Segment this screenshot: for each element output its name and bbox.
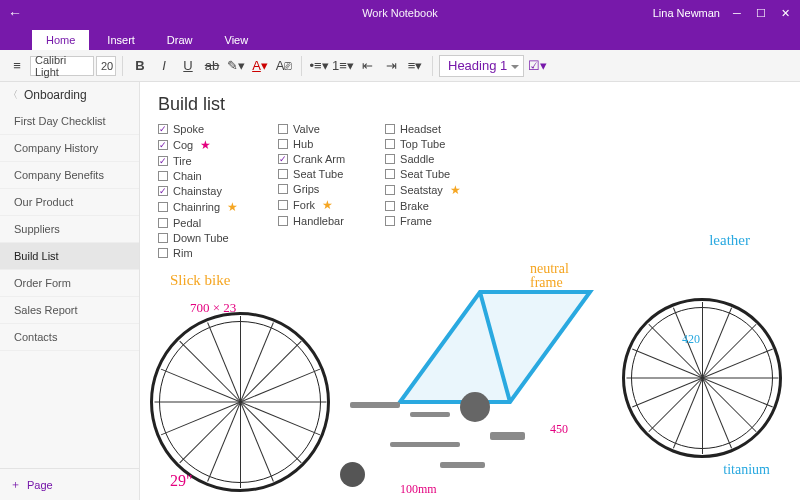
- checkbox-icon[interactable]: [385, 124, 395, 134]
- tab-insert[interactable]: Insert: [93, 30, 149, 50]
- page-item-selected[interactable]: Build List: [0, 243, 139, 270]
- star-icon: ★: [227, 200, 238, 214]
- checkbox-icon[interactable]: [158, 186, 168, 196]
- font-color-button[interactable]: A▾: [249, 55, 271, 77]
- checkbox-tag-button[interactable]: ☑▾: [526, 55, 548, 77]
- add-page-button[interactable]: ＋ Page: [0, 468, 139, 500]
- section-header[interactable]: 〈 Onboarding: [0, 82, 139, 108]
- back-button[interactable]: ←: [0, 5, 30, 21]
- checkbox-icon[interactable]: [158, 233, 168, 243]
- checkbox-icon[interactable]: [158, 124, 168, 134]
- page-list-sidebar: 〈 Onboarding First Day Checklist Company…: [0, 82, 140, 500]
- checklist-item[interactable]: Saddle: [385, 153, 461, 165]
- checklist-item[interactable]: Chainstay: [158, 185, 238, 197]
- checkbox-icon[interactable]: [385, 216, 395, 226]
- checkbox-icon[interactable]: [158, 218, 168, 228]
- checklist-item[interactable]: Seatstay★: [385, 183, 461, 197]
- checkbox-icon[interactable]: [278, 139, 288, 149]
- checklist-item[interactable]: Valve: [278, 123, 345, 135]
- checklist-item[interactable]: Crank Arm: [278, 153, 345, 165]
- checklist-item[interactable]: Fork★: [278, 198, 345, 212]
- checkbox-icon[interactable]: [278, 216, 288, 226]
- user-name[interactable]: Lina Newman: [653, 7, 720, 19]
- star-icon: ★: [200, 138, 211, 152]
- page-item[interactable]: First Day Checklist: [0, 108, 139, 135]
- indent-button[interactable]: ⇥: [380, 55, 402, 77]
- font-family-select[interactable]: Calibri Light: [30, 56, 94, 76]
- ink-dimension: 29": [170, 472, 193, 490]
- checklist-label: Seat Tube: [293, 168, 343, 180]
- page-item[interactable]: Company History: [0, 135, 139, 162]
- checkbox-icon[interactable]: [158, 140, 168, 150]
- checkbox-icon[interactable]: [385, 185, 395, 195]
- checkbox-icon[interactable]: [278, 154, 288, 164]
- checklist-item[interactable]: Tire: [158, 155, 238, 167]
- checkbox-icon[interactable]: [278, 200, 288, 210]
- italic-button[interactable]: I: [153, 55, 175, 77]
- checklist-label: Seat Tube: [400, 168, 450, 180]
- title-bar: ← Work Notebook Lina Newman ─ ☐ ✕: [0, 0, 800, 26]
- page-item[interactable]: Sales Report: [0, 297, 139, 324]
- checklist-item[interactable]: Brake: [385, 200, 461, 212]
- strikethrough-button[interactable]: ab: [201, 55, 223, 77]
- number-list-button[interactable]: 1≡▾: [332, 55, 354, 77]
- checkbox-icon[interactable]: [158, 202, 168, 212]
- checklist-item[interactable]: Frame: [385, 215, 461, 227]
- checkbox-icon[interactable]: [278, 124, 288, 134]
- tab-draw[interactable]: Draw: [153, 30, 207, 50]
- section-name: Onboarding: [24, 88, 87, 102]
- minimize-button[interactable]: ─: [730, 7, 744, 19]
- checkbox-icon[interactable]: [158, 171, 168, 181]
- tab-home[interactable]: Home: [32, 30, 89, 50]
- toolbar: ≡ Calibri Light 20 B I U ab ✎▾ A▾ A⎚ •≡▾…: [0, 50, 800, 82]
- checkbox-icon[interactable]: [278, 184, 288, 194]
- checkbox-icon[interactable]: [385, 169, 395, 179]
- highlight-button[interactable]: ✎▾: [225, 55, 247, 77]
- checklist-item[interactable]: Down Tube: [158, 232, 238, 244]
- menu-icon[interactable]: ≡: [6, 55, 28, 77]
- page-title[interactable]: Build list: [158, 94, 782, 115]
- checklist-item[interactable]: Spoke: [158, 123, 238, 135]
- bold-button[interactable]: B: [129, 55, 151, 77]
- checklist-item[interactable]: Headset: [385, 123, 461, 135]
- underline-button[interactable]: U: [177, 55, 199, 77]
- plus-icon: ＋: [10, 477, 21, 492]
- maximize-button[interactable]: ☐: [754, 7, 768, 20]
- checklist-item[interactable]: Grips: [278, 183, 345, 195]
- page-item[interactable]: Company Benefits: [0, 162, 139, 189]
- checklist-item[interactable]: Seat Tube: [278, 168, 345, 180]
- style-select[interactable]: Heading 1: [439, 55, 524, 77]
- checklist-block[interactable]: SpokeCog★TireChainChainstayChainring★Ped…: [158, 123, 782, 259]
- checklist-label: Frame: [400, 215, 432, 227]
- checklist-label: Brake: [400, 200, 429, 212]
- bullet-list-button[interactable]: •≡▾: [308, 55, 330, 77]
- checklist-item[interactable]: Pedal: [158, 217, 238, 229]
- checklist-item[interactable]: Chainring★: [158, 200, 238, 214]
- checkbox-icon[interactable]: [385, 154, 395, 164]
- tab-view[interactable]: View: [211, 30, 263, 50]
- checklist-label: Pedal: [173, 217, 201, 229]
- checklist-item[interactable]: Cog★: [158, 138, 238, 152]
- checklist-item[interactable]: Chain: [158, 170, 238, 182]
- page-item[interactable]: Our Product: [0, 189, 139, 216]
- checkbox-icon[interactable]: [158, 156, 168, 166]
- align-button[interactable]: ≡▾: [404, 55, 426, 77]
- font-size-select[interactable]: 20: [96, 56, 116, 76]
- page-item[interactable]: Order Form: [0, 270, 139, 297]
- note-canvas[interactable]: Build list SpokeCog★TireChainChainstayCh…: [140, 82, 800, 500]
- checklist-item[interactable]: Hub: [278, 138, 345, 150]
- checklist-item[interactable]: Handlebar: [278, 215, 345, 227]
- checklist-label: Crank Arm: [293, 153, 345, 165]
- checkbox-icon[interactable]: [385, 201, 395, 211]
- ink-annotation: leather: [709, 232, 750, 249]
- page-item[interactable]: Suppliers: [0, 216, 139, 243]
- clear-format-button[interactable]: A⎚: [273, 55, 295, 77]
- outdent-button[interactable]: ⇤: [356, 55, 378, 77]
- close-button[interactable]: ✕: [778, 7, 792, 20]
- star-icon: ★: [450, 183, 461, 197]
- checkbox-icon[interactable]: [278, 169, 288, 179]
- page-item[interactable]: Contacts: [0, 324, 139, 351]
- checklist-item[interactable]: Top Tube: [385, 138, 461, 150]
- checkbox-icon[interactable]: [385, 139, 395, 149]
- checklist-item[interactable]: Seat Tube: [385, 168, 461, 180]
